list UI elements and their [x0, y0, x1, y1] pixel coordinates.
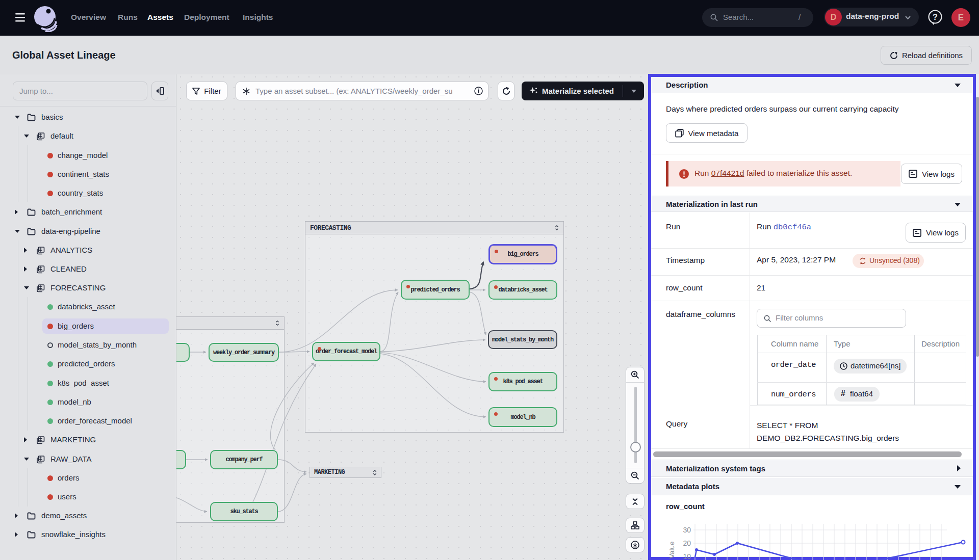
svg-text:?: ?: [933, 13, 938, 21]
